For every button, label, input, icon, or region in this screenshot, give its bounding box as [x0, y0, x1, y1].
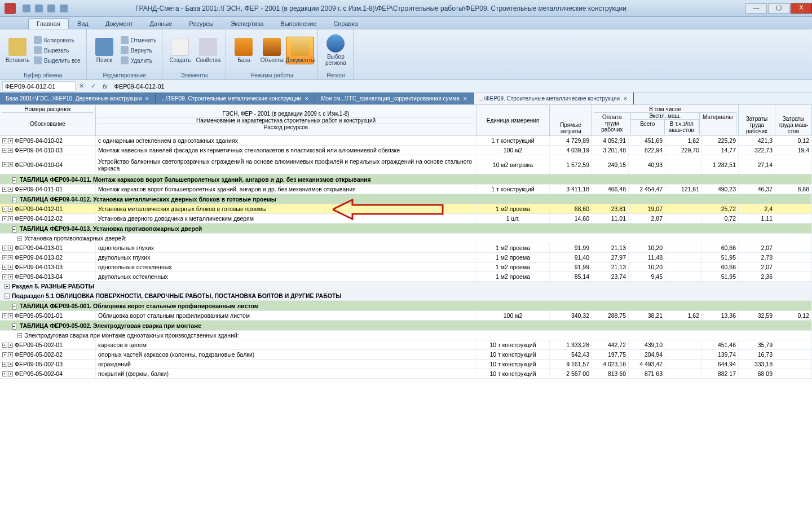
expand-icon[interactable]: +	[8, 207, 13, 212]
name-box[interactable]: ФЕР09-04-012-01	[2, 81, 76, 91]
cell-name[interactable]: покрытий (фермы, балки)	[96, 369, 476, 378]
expand-icon[interactable]: +	[8, 362, 13, 367]
ribbon-tab-1[interactable]: Вид	[69, 18, 97, 29]
table-row[interactable]: ++ФЕР09-04-013-03однопольных остекленных…	[0, 262, 812, 272]
tab-close-icon[interactable]: ✕	[304, 96, 309, 102]
cut-button[interactable]: Вырезать	[32, 46, 83, 55]
cell-code[interactable]: ++ФЕР09-05-002-02	[0, 350, 96, 359]
ribbon-tab-3[interactable]: Данные	[142, 18, 181, 29]
table-row[interactable]: ++ФЕР09-04-010-03Монтаж навесных панелей…	[0, 146, 812, 155]
collapse-icon[interactable]: −	[17, 236, 22, 241]
expand-icon[interactable]: +	[8, 246, 13, 251]
cell-code[interactable]: ++ФЕР09-05-001-01	[0, 311, 96, 320]
table-row[interactable]: ++ФЕР09-04-010-02с одинарным остеклением…	[0, 136, 812, 146]
expand-icon[interactable]: +	[8, 265, 13, 270]
collapse-icon[interactable]: −	[12, 177, 16, 183]
cell-name[interactable]: двупольных остекленных	[96, 272, 476, 281]
expand-icon[interactable]: +	[2, 255, 7, 260]
expand-icon[interactable]: +	[8, 352, 13, 357]
expand-icon[interactable]: +	[2, 265, 7, 270]
expand-icon[interactable]: +	[8, 255, 13, 260]
tab-close-icon[interactable]: ✕	[463, 96, 467, 102]
cell-name[interactable]: двупольных глухих	[96, 253, 476, 262]
ribbon-tab-5[interactable]: Экспертиза	[222, 18, 272, 29]
doc-tab-0[interactable]: База 2001г.\ГЭС...\ФЕР10. Деревянные кон…	[0, 93, 156, 104]
expand-icon[interactable]: +	[2, 371, 7, 376]
expand-icon[interactable]: +	[2, 207, 7, 212]
cell-code[interactable]: ++ФЕР09-04-013-02	[0, 253, 96, 262]
documents-button[interactable]: Документы	[286, 37, 314, 64]
table-row[interactable]: −Установка противопожарных дверей:	[0, 234, 812, 243]
table-row[interactable]: −ТАБЛИЦА ФЕР09-04-013. Установка противо…	[0, 224, 812, 234]
table-row[interactable]: ++ФЕР09-04-013-02двупольных глухих1 м2 п…	[0, 253, 812, 262]
properties-button[interactable]: Свойства	[194, 37, 222, 64]
delete-button[interactable]: Удалить	[118, 56, 159, 65]
collapse-icon[interactable]: −	[5, 294, 10, 299]
maximize-button[interactable]: ▢	[768, 3, 789, 14]
expand-icon[interactable]: +	[8, 216, 13, 221]
grid-body[interactable]: ++ФЕР09-04-010-02с одинарным остеклением…	[0, 136, 812, 379]
cell-name[interactable]: однопольных глухих	[96, 243, 476, 252]
expand-icon[interactable]: +	[2, 313, 7, 318]
collapse-icon[interactable]: −	[5, 284, 10, 289]
cell-name[interactable]: Установка дверного доводчика к металличе…	[96, 214, 476, 223]
cell-code[interactable]: ++ФЕР09-04-013-01	[0, 243, 96, 252]
collapse-icon[interactable]: −	[12, 197, 16, 203]
table-row[interactable]: ++ФЕР09-05-002-03ограждений10 т конструк…	[0, 360, 812, 369]
table-row[interactable]: −ТАБЛИЦА ФЕР09-04-012. Установка металли…	[0, 194, 812, 204]
doc-tab-3[interactable]: ...\ФЕР09. Строительные металлические ко…	[474, 93, 634, 104]
collapse-icon[interactable]: −	[17, 333, 22, 338]
expand-icon[interactable]: +	[8, 371, 13, 376]
table-row[interactable]: ++ФЕР09-04-012-02Установка дверного дово…	[0, 214, 812, 224]
expand-icon[interactable]: +	[8, 187, 13, 192]
cancel-formula-icon[interactable]: ✕	[76, 81, 87, 91]
cell-name[interactable]: опорных частей каркасов (колонны, подкра…	[96, 350, 476, 359]
expand-icon[interactable]: +	[2, 343, 7, 348]
doc-tab-2[interactable]: Мои см...\ГГС_транвляция_корректированна…	[315, 93, 474, 104]
fx-icon[interactable]: fx	[99, 82, 111, 91]
expand-icon[interactable]: +	[2, 138, 7, 143]
ribbon-tab-2[interactable]: Документ	[97, 18, 142, 29]
expand-icon[interactable]: +	[8, 274, 13, 279]
tab-close-icon[interactable]: ✕	[623, 96, 628, 102]
expand-icon[interactable]: +	[8, 138, 13, 143]
collapse-icon[interactable]: −	[12, 226, 16, 233]
table-row[interactable]: −Электродуговая сварка при монтаже одноэ…	[0, 331, 812, 340]
doc-tab-1[interactable]: ...\ТЕР09. Строительные металлические ко…	[156, 93, 315, 104]
expand-icon[interactable]: +	[2, 216, 7, 221]
select-all-button[interactable]: Выделить все	[32, 56, 83, 65]
ribbon-tab-6[interactable]: Выполнение	[272, 18, 325, 29]
ribbon-tab-7[interactable]: Справка	[325, 18, 366, 29]
minimize-button[interactable]: —	[745, 3, 767, 14]
table-row[interactable]: ++ФЕР09-04-013-01однопольных глухих1 м2 …	[0, 243, 812, 253]
expand-icon[interactable]: +	[2, 352, 7, 357]
create-button[interactable]: Создать	[166, 37, 194, 64]
qat-redo-icon[interactable]	[47, 5, 55, 12]
copy-button[interactable]: Копировать	[32, 36, 83, 45]
accept-formula-icon[interactable]: ✓	[87, 81, 99, 91]
cell-code[interactable]: ++ФЕР09-04-012-02	[0, 214, 96, 223]
expand-icon[interactable]: +	[2, 246, 7, 251]
expand-icon[interactable]: +	[2, 187, 7, 192]
cell-name[interactable]: каркасов в целом	[96, 340, 476, 349]
region-button[interactable]: Выбор региона	[321, 33, 350, 67]
cell-code[interactable]: ++ФЕР09-04-010-03	[0, 146, 96, 155]
qat-more-icon[interactable]	[60, 5, 68, 12]
expand-icon[interactable]: +	[8, 162, 13, 167]
cell-name[interactable]: Облицовка ворот стальным профилированным…	[96, 311, 476, 320]
tab-close-icon[interactable]: ✕	[145, 96, 149, 102]
cell-name[interactable]: однопольных остекленных	[96, 262, 476, 271]
search-button[interactable]: Поиск	[90, 37, 118, 64]
expand-icon[interactable]: +	[8, 148, 13, 153]
ribbon-tab-0[interactable]: Главная	[28, 18, 69, 29]
ribbon-tab-4[interactable]: Ресурсы	[180, 18, 222, 29]
collapse-icon[interactable]: −	[12, 323, 16, 330]
table-row[interactable]: ++ФЕР09-05-002-02опорных частей каркасов…	[0, 350, 812, 360]
table-row[interactable]: ++ФЕР09-05-001-01Облицовка ворот стальны…	[0, 311, 812, 321]
objects-button[interactable]: Объекты	[258, 37, 286, 64]
table-row[interactable]: −ТАБЛИЦА ФЕР09-04-011. Монтаж каркасов в…	[0, 174, 812, 185]
expand-icon[interactable]: +	[8, 313, 13, 318]
cell-code[interactable]: ++ФЕР09-04-010-02	[0, 136, 96, 145]
cell-name[interactable]: Установка металлических дверных блоков в…	[96, 204, 476, 213]
cell-code[interactable]: ++ФЕР09-04-010-04	[0, 155, 96, 174]
